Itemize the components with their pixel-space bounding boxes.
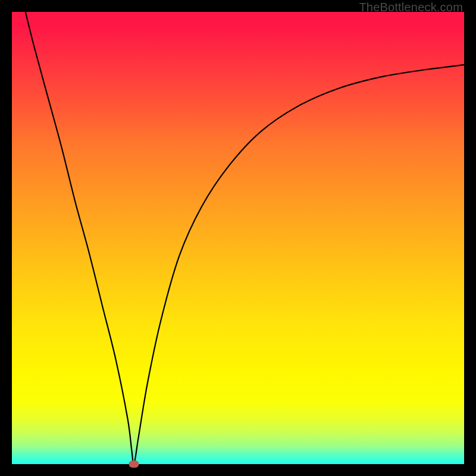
chart-frame: [12, 12, 464, 464]
optimum-marker: [129, 461, 139, 468]
bottleneck-curve: [12, 12, 464, 464]
curve-path: [26, 12, 464, 464]
